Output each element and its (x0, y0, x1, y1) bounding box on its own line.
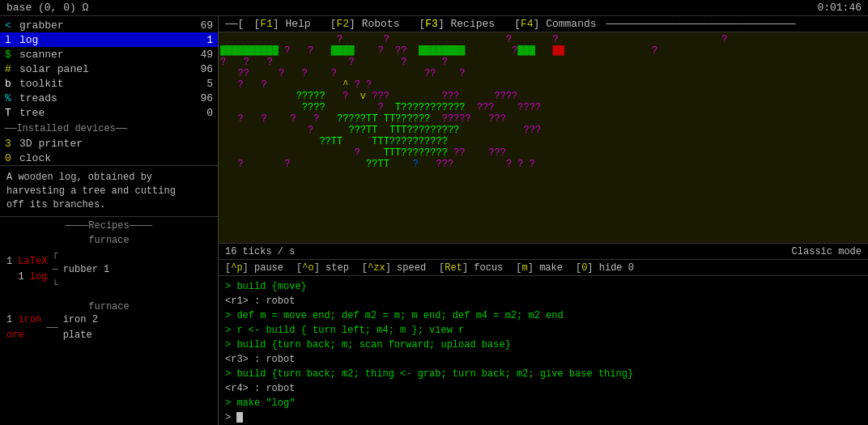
inv-count-scanner: 49 (189, 49, 213, 61)
inv-row-treads[interactable]: %treads96 (0, 91, 218, 105)
console-line-8: > make "log" (225, 396, 862, 410)
inv-row-toolkit[interactable]: btoolkit5 (0, 76, 218, 91)
right-panel: ——[[F1] Help [F2] Robots [F3] Recipes [F… (219, 16, 868, 425)
left-panel: <grabber69llog1$scanner49#solar panel96b… (0, 16, 219, 425)
inv-symbol-tree: T (5, 107, 16, 119)
console-line-7: <r4> : robot (225, 381, 862, 396)
device-row-clock[interactable]: 0clock (0, 151, 218, 165)
inv-row-tree[interactable]: Ttree0 (0, 105, 218, 120)
console-line-6: > build {turn back; m2; thing <- grab; t… (225, 367, 862, 381)
map-row: ???? ? T??????????? ??? ???? (220, 102, 866, 113)
console-line-0: > build {move} (225, 279, 862, 294)
cmd-make[interactable]: [m] make (516, 262, 563, 274)
recipe-row-rubber: 1 LaTeX 1 log ┌ ─ └ rubber 1 (6, 246, 211, 293)
map-row: ????? ? v ??? ??? ???? (220, 91, 866, 102)
menu-key-commands: F4 (521, 18, 534, 30)
map-row: ? ???TT TTT????????? ??? (220, 125, 866, 136)
inv-symbol-toolkit: b (5, 78, 16, 90)
inv-count-solar-panel: 96 (189, 63, 213, 75)
inv-name-grabber: grabber (19, 19, 189, 32)
inv-row-log[interactable]: llog1 (0, 32, 218, 47)
inv-row-scanner[interactable]: $scanner49 (0, 47, 218, 62)
map-row: ? TTT???????? ?? ??? (220, 147, 866, 159)
map-row: ? ? ^ ? ? (220, 79, 866, 91)
console-area: > build {move}<r1> : robot> def m = move… (219, 275, 868, 425)
recipe-input-log: 1 log (18, 270, 47, 285)
device-row-3D-printer[interactable]: 33D printer (0, 136, 218, 151)
menu-item-help[interactable]: [F1] Help (253, 18, 310, 30)
recipe-inputs-iron: 1 ironore (6, 312, 41, 343)
inv-name-solar-panel: solar panel (19, 63, 189, 75)
menu-bracket-end: —————————————————————————————— (606, 18, 796, 30)
console-line-9: > (225, 410, 862, 425)
description-area: A wooden log, obtained byharvesting a tr… (0, 165, 218, 216)
recipe-furnace-label-1: furnace (6, 235, 211, 246)
inv-name-log: log (19, 34, 189, 46)
cmd-key-hide 0: 0 (581, 262, 587, 274)
inv-count-toolkit: 5 (189, 78, 213, 90)
map-row: ? ? ? ? ?????TT TT?????? ????? ??? (220, 113, 866, 125)
recipe-row-iron-plate: 1 ironore ── iron 2plate (6, 312, 211, 343)
menu-item-robots[interactable]: [F2] Robots (330, 18, 400, 30)
inv-count-log: 1 (189, 34, 213, 46)
menu-key-robots: F2 (336, 18, 349, 30)
map-canvas: ? ? ? ? ?██████████ ? ? ████ ? ?? ██████… (220, 34, 866, 241)
recipes-divider: ————Recipes———— (6, 220, 211, 232)
menu-item-commands[interactable]: [F4] Commands (514, 18, 596, 30)
game-menu: ——[[F1] Help [F2] Robots [F3] Recipes [F… (219, 16, 868, 32)
recipe-output-iron-plate: iron 2plate (63, 312, 98, 343)
inv-row-grabber[interactable]: <grabber69 (0, 18, 218, 32)
inv-symbol-treads: % (5, 92, 16, 104)
inventory-list: <grabber69llog1$scanner49#solar panel96b… (0, 16, 218, 121)
console-line-1: <r1> : robot (225, 294, 862, 308)
console-line-3: > r <- build { turn left; m4; m }; view … (225, 323, 862, 338)
item-description: A wooden log, obtained byharvesting a tr… (6, 172, 176, 210)
inv-symbol-solar-panel: # (5, 63, 16, 75)
map-row: ? ? ? ? ? ? (220, 57, 866, 68)
ticks-display: 16 ticks / s (225, 246, 295, 257)
inv-name-tree: tree (19, 107, 189, 119)
recipe-inputs-rubber: 1 LaTeX 1 log (6, 254, 47, 285)
device-name-clock: clock (19, 152, 213, 164)
menu-bracket-start: ——[ (225, 18, 244, 30)
recipe-tree-rubber: ┌ ─ └ (52, 246, 57, 293)
inv-count-treads: 96 (189, 92, 213, 104)
console-line-4: > build {turn back; m; scan forward; upl… (225, 338, 862, 352)
cmd-hide-0[interactable]: [0] hide 0 (576, 262, 634, 274)
cmd-speed[interactable]: [^zx] speed (362, 262, 426, 274)
map-row: ? ? ??TT ? ??? ? ? ? (220, 159, 866, 170)
cmd-key-focus: Ret (445, 262, 462, 274)
inv-count-tree: 0 (189, 107, 213, 119)
inv-name-toolkit: toolkit (19, 78, 189, 90)
menu-label-recipes: ] Recipes (438, 18, 495, 30)
left-bottom: A wooden log, obtained byharvesting a tr… (0, 165, 218, 425)
cmd-step[interactable]: [^o] step (296, 262, 349, 274)
recipe-furnace-label-2: furnace (6, 301, 211, 312)
menu-item-recipes[interactable]: [F3] Recipes (419, 18, 495, 30)
recipe-input-iron-ore: 1 ironore (6, 312, 41, 343)
cmd-pause[interactable]: [^p] pause (225, 262, 283, 274)
game-map: ? ? ? ? ?██████████ ? ? ████ ? ?? ██████… (219, 32, 868, 243)
main-area: <grabber69llog1$scanner49#solar panel96b… (0, 16, 868, 425)
menu-label-help: ] Help (273, 18, 311, 30)
installed-devices-divider: ——Installed devices—— (0, 121, 218, 136)
command-bar: [^p] pause[^o] step[^zx] speed[Ret] focu… (219, 259, 868, 275)
device-symbol-clock: 0 (5, 152, 16, 164)
console-line-2: > def m = move end; def m2 = m; m end; d… (225, 308, 862, 323)
map-row: ██████████ ? ? ████ ? ?? ████████ ?███ █… (220, 45, 866, 57)
cmd-focus[interactable]: [Ret] focus (439, 262, 503, 274)
recipe-block-iron-plate: furnace 1 ironore ── iron 2plate (6, 301, 211, 343)
cmd-key-make: m (522, 262, 528, 274)
inv-symbol-scanner: $ (5, 49, 16, 61)
cmd-key-step: ^o (302, 262, 313, 274)
status-bar: 16 ticks / s Classic mode (219, 243, 868, 259)
recipe-tree-iron: ── (46, 321, 57, 336)
map-row: ?? ? ? ? ?? ? (220, 68, 866, 79)
inv-name-treads: treads (19, 92, 189, 104)
inv-row-solar-panel[interactable]: #solar panel96 (0, 62, 218, 76)
menu-label-robots: ] Robots (349, 18, 399, 30)
top-bar: base (0, 0) Ω 0:01:46 (0, 0, 868, 16)
map-row: ??TT TTT?????????? (220, 136, 866, 147)
recipe-output-rubber: rubber 1 (63, 262, 110, 278)
menu-key-recipes: F3 (425, 18, 438, 30)
